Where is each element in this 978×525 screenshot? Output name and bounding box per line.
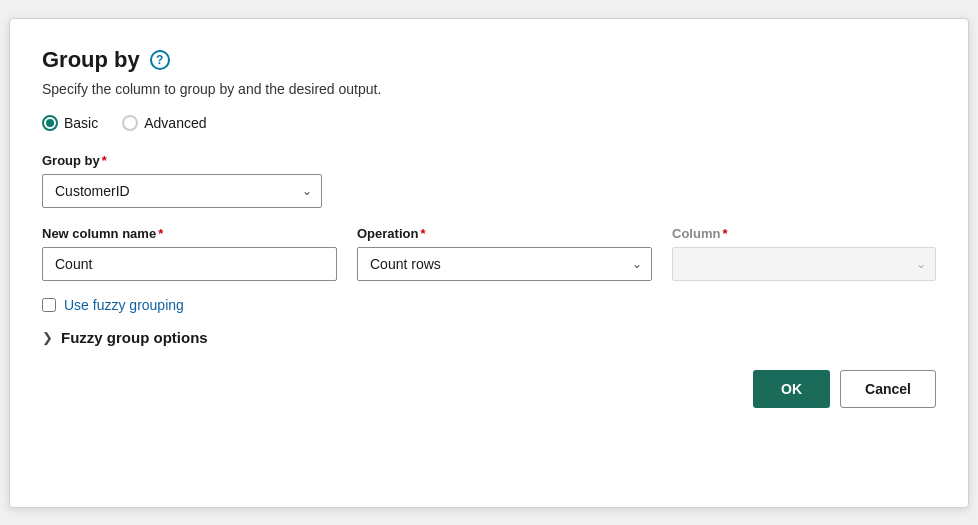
use-fuzzy-grouping-label[interactable]: Use fuzzy grouping bbox=[64, 297, 184, 313]
new-column-name-col: New column name* bbox=[42, 226, 337, 281]
radio-advanced-text: Advanced bbox=[144, 115, 206, 131]
radio-basic-text: Basic bbox=[64, 115, 98, 131]
operation-select[interactable]: Count rows Sum Average Min Max Count dis… bbox=[357, 247, 652, 281]
column-select-wrapper: ⌄ bbox=[672, 247, 936, 281]
mode-radio-group: Basic Advanced bbox=[42, 115, 936, 131]
fuzzy-group-options-section[interactable]: ❯ Fuzzy group options bbox=[42, 329, 936, 346]
dialog-subtitle: Specify the column to group by and the d… bbox=[42, 81, 936, 97]
group-by-select[interactable]: CustomerID OrderID ProductID bbox=[42, 174, 322, 208]
group-by-field-section: Group by* CustomerID OrderID ProductID ⌄ bbox=[42, 153, 936, 208]
fuzzy-check-row: Use fuzzy grouping bbox=[42, 297, 936, 313]
radio-advanced-input[interactable] bbox=[122, 115, 138, 131]
new-column-required-star: * bbox=[158, 226, 163, 241]
radio-basic-input[interactable] bbox=[42, 115, 58, 131]
new-column-name-input[interactable] bbox=[42, 247, 337, 281]
radio-basic-label[interactable]: Basic bbox=[42, 115, 98, 131]
radio-advanced-label[interactable]: Advanced bbox=[122, 115, 206, 131]
group-by-select-wrapper: CustomerID OrderID ProductID ⌄ bbox=[42, 174, 322, 208]
multi-field-row: New column name* Operation* Count rows S… bbox=[42, 226, 936, 281]
operation-select-wrapper: Count rows Sum Average Min Max Count dis… bbox=[357, 247, 652, 281]
use-fuzzy-grouping-checkbox[interactable] bbox=[42, 298, 56, 312]
column-label: Column* bbox=[672, 226, 936, 241]
operation-required-star: * bbox=[420, 226, 425, 241]
group-by-dialog: Group by ? Specify the column to group b… bbox=[9, 18, 969, 508]
column-select bbox=[672, 247, 936, 281]
operation-col: Operation* Count rows Sum Average Min Ma… bbox=[357, 226, 652, 281]
dialog-title: Group by bbox=[42, 47, 140, 73]
fuzzy-group-chevron-icon[interactable]: ❯ bbox=[42, 330, 53, 345]
dialog-footer: OK Cancel bbox=[42, 370, 936, 408]
new-column-name-label: New column name* bbox=[42, 226, 337, 241]
fuzzy-group-options-label[interactable]: Fuzzy group options bbox=[61, 329, 208, 346]
ok-button[interactable]: OK bbox=[753, 370, 830, 408]
help-icon[interactable]: ? bbox=[150, 50, 170, 70]
operation-label: Operation* bbox=[357, 226, 652, 241]
group-by-required-star: * bbox=[102, 153, 107, 168]
group-by-field-label: Group by* bbox=[42, 153, 936, 168]
column-required-star: * bbox=[722, 226, 727, 241]
column-col: Column* ⌄ bbox=[672, 226, 936, 281]
title-row: Group by ? bbox=[42, 47, 936, 73]
cancel-button[interactable]: Cancel bbox=[840, 370, 936, 408]
